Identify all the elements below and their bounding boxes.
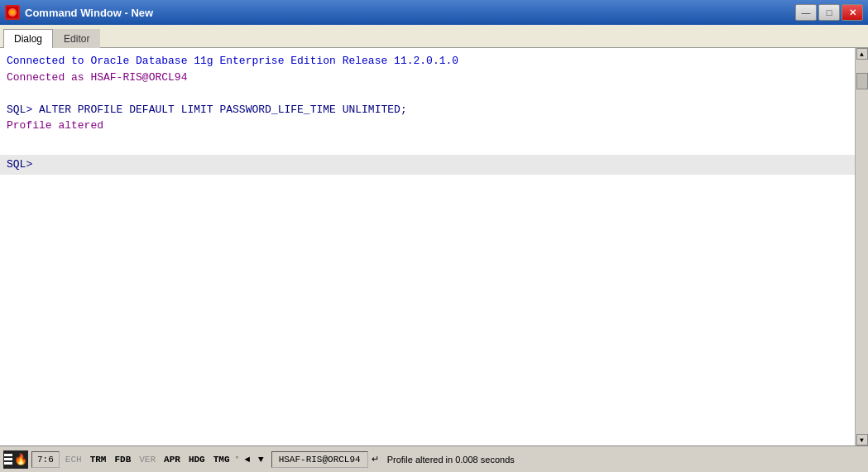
tab-editor[interactable]: Editor: [53, 29, 100, 48]
status-apr[interactable]: APR: [160, 451, 185, 468]
status-icon-block: 🔥: [3, 450, 28, 469]
window-title: Command Window - New: [25, 7, 153, 19]
close-button[interactable]: ✕: [842, 4, 863, 21]
tab-dialog[interactable]: Dialog: [3, 29, 53, 48]
scroll-thumb[interactable]: [856, 73, 868, 89]
app-icon: [5, 5, 20, 20]
status-hdg[interactable]: HDG: [185, 451, 209, 468]
terminal-line-2: Connected as HSAF-RIS@ORCL94: [7, 70, 861, 86]
terminal-line-1: Connected to Oracle Database 11g Enterpr…: [7, 53, 861, 70]
content-area: Connected to Oracle Database 11g Enterpr…: [0, 48, 868, 446]
status-trm[interactable]: TRM: [86, 451, 111, 468]
terminal-line-3: [7, 85, 861, 102]
status-flame-icon: 🔥: [14, 453, 27, 465]
scroll-down-arrow[interactable]: ▼: [856, 434, 868, 446]
terminal-line-6: [7, 134, 861, 151]
terminal-empty-area: [0, 175, 868, 390]
status-tmg[interactable]: TMG: [209, 451, 234, 468]
status-pin-icon: ↵: [372, 454, 379, 465]
scrollbar-right[interactable]: ▲ ▼: [855, 48, 868, 446]
status-fdb[interactable]: FDB: [110, 451, 135, 468]
status-line-1: [4, 454, 12, 456]
status-position: 7:6: [31, 451, 60, 468]
status-ver[interactable]: VER: [135, 451, 160, 468]
status-sep1: ": [234, 455, 241, 465]
status-dropdown-btn[interactable]: ▼: [254, 451, 268, 468]
status-arrow-btn[interactable]: ◄: [240, 451, 254, 468]
title-buttons: — □ ✕: [795, 4, 863, 21]
menu-bar: Dialog Editor: [0, 25, 868, 48]
title-bar-left: Command Window - New: [5, 5, 153, 20]
maximize-button[interactable]: □: [818, 4, 840, 21]
status-user: HSAF-RIS@ORCL94: [271, 451, 368, 468]
svg-point-2: [10, 10, 15, 15]
terminal-line-4: SQL> ALTER PROFILE DEFAULT LIMIT PASSWOR…: [7, 102, 861, 118]
status-line-2: [4, 458, 12, 460]
status-bar: 🔥 7:6 ECH TRM FDB VER APR HDG TMG " ◄ ▼ …: [0, 446, 868, 472]
scroll-up-arrow[interactable]: ▲: [856, 48, 868, 60]
sql-prompt-row[interactable]: SQL>: [0, 155, 868, 175]
title-bar: Command Window - New — □ ✕: [0, 0, 868, 25]
terminal-output: Connected to Oracle Database 11g Enterpr…: [0, 48, 868, 155]
minimize-button[interactable]: —: [795, 4, 817, 21]
status-message: Profile altered in 0.008 seconds: [387, 455, 515, 465]
status-line-3: [4, 462, 12, 465]
status-ech[interactable]: ECH: [61, 451, 86, 468]
terminal-line-5: Profile altered: [7, 118, 861, 134]
